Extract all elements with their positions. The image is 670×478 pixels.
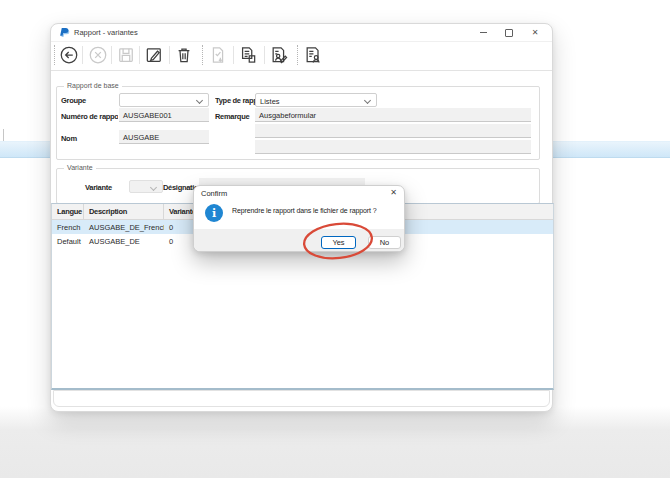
cancel-icon — [88, 45, 108, 65]
delete-icon[interactable] — [174, 45, 194, 65]
dialog-message: Reprendre le rapport dans le fichier de … — [232, 207, 377, 214]
type-rapport-select[interactable]: Listes — [255, 93, 377, 107]
window-title: Rapport - variantes — [74, 28, 138, 37]
remarque-field-2 — [255, 124, 531, 138]
numero-rapport-field: AUSGABE001 — [119, 108, 209, 122]
info-icon: i — [205, 204, 223, 222]
base-report-groupbox: Rapport de base Groupe Type de rapport L… — [56, 86, 540, 160]
title-bar: Rapport - variantes ✕ — [51, 24, 552, 42]
chevron-down-icon — [364, 97, 371, 104]
variante-select — [129, 180, 163, 193]
chevron-down-icon — [196, 97, 203, 104]
nom-label: Nom — [61, 134, 77, 143]
edit-user-report-icon[interactable] — [269, 45, 289, 65]
column-header-description[interactable]: Description — [84, 204, 164, 219]
toolbar-separator — [169, 46, 170, 64]
edit-icon[interactable] — [144, 45, 164, 65]
remarque-field-3 — [255, 140, 531, 154]
toolbar — [51, 41, 552, 71]
toolbar-separator — [82, 46, 83, 64]
toolbar-gripper — [297, 45, 298, 65]
groupe-label: Groupe — [61, 96, 86, 105]
remarque-label: Remarque — [215, 112, 249, 121]
toolbar-gripper — [54, 45, 55, 65]
maximize-button[interactable] — [496, 25, 522, 40]
dialog-title: Confirm — [201, 189, 227, 198]
confirm-dialog: Confirm ✕ i Reprendre le rapport dans le… — [193, 185, 405, 252]
nom-field: AUSGABE — [119, 130, 209, 144]
screen: Rapport - variantes ✕ — [0, 0, 670, 478]
toolbar-separator — [139, 46, 140, 64]
numero-rapport-label: Numéro de rapport — [61, 112, 118, 121]
validate-document-icon — [208, 45, 228, 65]
save-icon — [116, 45, 136, 65]
copy-report-icon[interactable] — [238, 45, 258, 65]
variante-label: Variante — [85, 183, 112, 192]
type-rapport-label: Type de rapport — [215, 96, 255, 105]
toolbar-separator — [111, 46, 112, 64]
minimize-button[interactable] — [470, 25, 496, 40]
dialog-close-icon[interactable]: ✕ — [390, 189, 397, 197]
toolbar-separator — [233, 46, 234, 64]
yes-button[interactable]: Yes — [321, 236, 356, 249]
toolbar-separator — [264, 46, 265, 64]
window-controls: ✕ — [470, 24, 548, 41]
status-bar — [53, 390, 550, 407]
remarque-field-1: Ausgabeformular — [255, 108, 531, 122]
back-icon[interactable] — [59, 45, 79, 65]
user-report-icon[interactable] — [303, 45, 323, 65]
close-button[interactable]: ✕ — [522, 25, 548, 40]
variante-legend: Variante — [64, 164, 96, 171]
column-header-langue[interactable]: Langue — [52, 204, 84, 219]
toolbar-gripper — [202, 45, 203, 65]
no-button[interactable]: No — [368, 236, 401, 249]
chevron-down-icon — [150, 184, 157, 191]
base-report-legend: Rapport de base — [64, 82, 122, 89]
groupe-select[interactable] — [119, 93, 209, 107]
app-logo-icon — [59, 27, 70, 38]
